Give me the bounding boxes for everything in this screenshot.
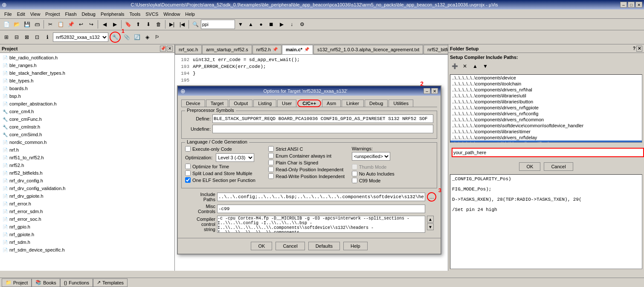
options-tab-listing[interactable]: Listing: [253, 100, 276, 107]
search-input[interactable]: [201, 20, 235, 29]
options-ok-button[interactable]: OK: [251, 242, 272, 250]
folder-path-item[interactable]: ..\..\..\..\..\..\components\toolchain: [450, 81, 642, 87]
plain-char-check[interactable]: [268, 160, 274, 165]
folder-add-button[interactable]: ➕: [450, 62, 459, 71]
tab-main-c[interactable]: main.c* 📌: [282, 45, 313, 54]
options-tab-utilities[interactable]: Utilities: [389, 100, 413, 107]
project-item-nrf-drv-gpiote[interactable]: 📄 nrf_drv_gpiote.h: [1, 192, 174, 200]
menu-help[interactable]: Help: [183, 11, 197, 18]
menu-peripherals[interactable]: Peripherals: [98, 11, 127, 18]
save-button[interactable]: 💾: [22, 20, 32, 29]
menu-window[interactable]: Window: [161, 11, 183, 18]
project-item-ble-radio[interactable]: 📄 ble_radio_notification.h: [1, 54, 174, 62]
panel-close-button[interactable]: ✕: [167, 46, 173, 52]
project-item-ble-stack[interactable]: 📄 ble_stack_handler_types.h: [1, 69, 174, 77]
folder-path-item[interactable]: ..\..\..\..\..\..\components\libraries\u…: [450, 93, 642, 99]
indent-button[interactable]: ▶|: [167, 20, 177, 29]
undefine-input[interactable]: [212, 125, 433, 133]
find-button[interactable]: 🔍: [191, 20, 200, 29]
dialog-minimize-button[interactable]: –: [424, 88, 430, 94]
paste-button[interactable]: 📌: [66, 20, 75, 29]
project-item-ble-ranges[interactable]: 📄 ble_ranges.h: [1, 62, 174, 69]
compiler-scroll-up[interactable]: ▲: [427, 216, 434, 223]
read-write-check[interactable]: [268, 173, 274, 179]
compiler-scroll-down[interactable]: ▼: [427, 223, 434, 230]
menu-flash[interactable]: Flash: [63, 11, 79, 18]
folder-path-item[interactable]: ..\..\..\..\..\..\components\libraries\t…: [450, 129, 642, 135]
optimize-time-check[interactable]: [185, 164, 191, 169]
folder-path-item[interactable]: ..\..\..\..\..\..\components\drivers_nrf…: [450, 111, 642, 117]
folder-path-item[interactable]: ..\..\..\..\..\..\components\drivers_nrf…: [450, 87, 642, 93]
project-item-nrf51-nrf52[interactable]: 📄 nrf51_to_nrf52.h: [1, 154, 174, 161]
folder-down-button[interactable]: ▼: [481, 62, 490, 71]
project-item-nrf-sdm-device[interactable]: 📄 nrf_sdm_device_specific.h: [1, 246, 174, 254]
project-item-nrf-gpiote[interactable]: 📄 nrf_gpiote.h: [1, 231, 174, 238]
options-cancel-button[interactable]: Cancel: [276, 242, 305, 250]
folder-ok-button[interactable]: OK: [519, 162, 540, 171]
project-item-bsp[interactable]: 📄 bsp.h: [1, 92, 174, 100]
help-icon[interactable]: ?: [633, 46, 635, 51]
target-combo[interactable]: nrf52832_xxaa_s132: [53, 32, 108, 42]
info-btn[interactable]: ℹ: [43, 32, 52, 42]
folder-panel-close-button[interactable]: ✕: [636, 46, 642, 52]
folder-path-item[interactable]: ..\..\..\..\..\..\components\libraries\b…: [450, 99, 642, 105]
strict-ansi-check[interactable]: [268, 146, 274, 152]
nav-forward-button[interactable]: ▶: [110, 20, 119, 29]
stop-button[interactable]: ⏹: [267, 20, 276, 29]
run-button[interactable]: ▶: [277, 20, 286, 29]
folder-delete-button[interactable]: ✕: [460, 62, 470, 71]
c99-check[interactable]: [352, 178, 357, 183]
project-item-nrf52[interactable]: 📄 nrf52.h: [1, 161, 174, 169]
step-button[interactable]: ↓: [287, 20, 296, 29]
folder-path-item[interactable]: ..\..\..\..\..\..\components\drivers_nrf…: [450, 105, 642, 111]
menu-debug[interactable]: Debug: [79, 11, 98, 18]
options-tab-target[interactable]: Target: [206, 100, 229, 107]
bookmark-button[interactable]: 🔖: [123, 20, 133, 29]
maximize-button[interactable]: □: [628, 2, 635, 8]
menu-svcs[interactable]: SVCS: [143, 11, 161, 18]
compiler-string-textarea[interactable]: -c -cpu Cortex-M4.fp -D__MICROLIB -g -O3…: [217, 216, 425, 233]
menu-edit[interactable]: Edit: [15, 11, 28, 18]
project-item-nrf-gpio[interactable]: 📄 nrf_gpio.h: [1, 223, 174, 231]
optimization-select[interactable]: Level 3 (-O3): [216, 153, 254, 162]
options-help-button[interactable]: Help: [343, 242, 368, 250]
define-input[interactable]: [212, 114, 433, 123]
toolbar-btn-extra4[interactable]: 🏳: [153, 32, 162, 42]
thumb-mode-check[interactable]: [352, 164, 357, 170]
redo-button[interactable]: ↪: [87, 20, 96, 29]
project-item-boards[interactable]: 📄 boards.h: [1, 85, 174, 92]
nav-back-button[interactable]: ◀: [100, 20, 109, 29]
folder-path-item[interactable]: ..\..\..\..\..\..\components\device: [450, 75, 642, 81]
project-item-compiler-abstraction[interactable]: 📄 compiler_abstraction.h: [1, 100, 174, 108]
status-tab-project[interactable]: 📁 Project: [2, 278, 32, 287]
read-only-check[interactable]: [268, 167, 274, 172]
browse-include-button[interactable]: …: [427, 192, 436, 202]
execute-only-check[interactable]: [185, 146, 191, 152]
project-item-core-cmsimd[interactable]: 🔧 core_cmSimd.h: [1, 131, 174, 138]
undo-button[interactable]: ↩: [76, 20, 86, 29]
layout-btn2[interactable]: ⊟: [12, 32, 21, 42]
split-load-check[interactable]: [185, 170, 191, 176]
menu-view[interactable]: View: [28, 11, 43, 18]
menu-project[interactable]: Project: [43, 11, 62, 18]
warnings-select[interactable]: <unspecified>: [352, 152, 390, 161]
folder-up-button[interactable]: ▲: [470, 62, 480, 71]
options-tab-device[interactable]: Device: [181, 100, 205, 107]
project-item-nrf-error-soc[interactable]: 📄 nrf_error_soc.h: [1, 215, 174, 223]
misc-controls-input[interactable]: [217, 205, 425, 213]
copy-button[interactable]: 📋: [56, 20, 65, 29]
project-item-core-cmfunc[interactable]: 🔧 core_cmFunc.h: [1, 115, 174, 123]
project-item-nrf-error[interactable]: 📄 nrf_error.h: [1, 200, 174, 208]
next-bookmark-button[interactable]: ⬇: [144, 20, 153, 29]
new-file-button[interactable]: 📄: [2, 20, 11, 29]
unindent-button[interactable]: |◀: [177, 20, 187, 29]
tab-licence[interactable]: s132_nrf52_1.0.0-3.alpha_licence_agreeme…: [313, 45, 423, 54]
options-tab-cpp[interactable]: C/C++: [297, 100, 321, 107]
layout-btn4[interactable]: ⊡: [32, 32, 42, 42]
minimize-button[interactable]: –: [620, 2, 627, 8]
options-tab-linker[interactable]: Linker: [342, 100, 364, 107]
options-tab-debug[interactable]: Debug: [365, 100, 388, 107]
status-tab-books[interactable]: 📚 Books: [32, 278, 60, 287]
options-defaults-button[interactable]: Defaults: [308, 242, 340, 250]
find-prev-button[interactable]: ▲: [246, 20, 255, 29]
